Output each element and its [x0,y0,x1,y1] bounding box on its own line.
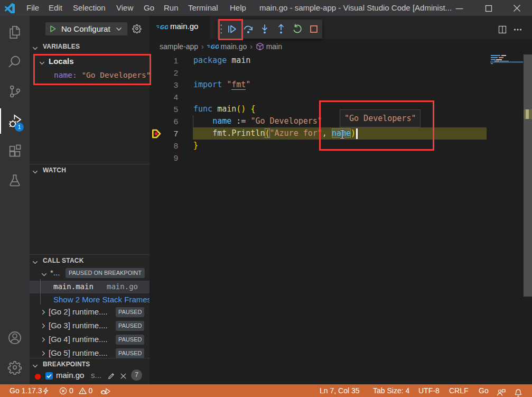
scrollbar[interactable] [524,54,532,384]
scrollbar-slider[interactable] [524,54,532,297]
stop-button[interactable] [305,21,322,37]
split-editor-icon[interactable] [498,25,507,34]
breakpoint-row[interactable]: main.go s... 7 [30,370,150,383]
run-and-debug-icon[interactable]: 1 [7,114,22,128]
close-button[interactable] [513,4,521,12]
section-divider [30,164,150,164]
line-number: 2 [160,67,178,79]
status-bar: Go 1.17.3 0 0 Ln 7, Col 35 Tab Size: 4 U… [0,384,532,397]
cursor-position-item[interactable]: Ln 7, Col 35 [320,384,360,397]
minimap-line [501,55,506,56]
bell-icon[interactable] [514,386,522,397]
watch-header[interactable]: WATCH [43,167,66,174]
vscode-logo-icon [5,3,15,13]
minimap-line [491,55,500,56]
extensions-icon[interactable] [7,143,22,158]
chevron-right-icon [41,337,46,343]
annotation-box-locals [33,54,151,85]
debug-config-dropdown[interactable]: No Configurat [45,22,127,35]
breakpoint-checkbox[interactable] [45,372,53,380]
edit-breakpoint-pencil-icon[interactable] [107,372,115,380]
remove-breakpoint-close-icon[interactable] [120,373,127,380]
watch-chevron-icon[interactable] [32,168,38,173]
source-control-icon[interactable] [7,84,22,99]
step-out-button[interactable] [273,21,289,37]
menu-go[interactable]: Go [144,0,154,16]
breadcrumb-separator: › [250,42,253,51]
breadcrumb-separator: › [201,42,204,51]
feedback-icon[interactable] [497,386,506,397]
menu-selection[interactable]: Selection [73,0,106,16]
code-line-8: } [193,140,198,152]
account-icon[interactable] [7,330,22,345]
test-beaker-icon[interactable] [7,173,22,188]
stack-frame-row[interactable]: main.main main.go [30,281,150,293]
problems-item[interactable]: 0 0 [59,384,92,397]
breadcrumb-item[interactable]: main [256,42,282,51]
debug-config-label: No Configurat [61,22,116,35]
encoding-item[interactable]: UTF-8 [418,384,440,397]
breadcrumb-item[interactable]: sample-app [160,42,198,51]
show-more-stack-frames-link[interactable]: Show 2 More Stack Frames [53,295,150,304]
minimize-button[interactable] [455,5,463,13]
code-line-3: import "fmt" [193,79,250,91]
tab-size-item[interactable]: Tab Size: 4 [373,384,409,397]
breadcrumb: sample-app › GO main.go › main [150,39,532,54]
paused-badge: PAUSED [116,321,144,331]
start-debug-icon[interactable] [49,25,57,33]
goroutine-label: [Go 5] runtime.... [49,348,108,357]
paused-badge: PAUSED [116,335,144,345]
minimap[interactable] [490,54,523,384]
variables-header[interactable]: VARIABLES [43,43,80,50]
search-icon[interactable] [7,54,22,69]
goroutine-row[interactable]: [Go 2] runtime....PAUSED [30,307,150,318]
eol-item[interactable]: CRLF [449,384,469,397]
svg-text:GO: GO [160,24,168,30]
menu-view[interactable]: View [116,0,133,16]
tab-bar: GO main.go [150,16,532,39]
tab-main-go[interactable]: GO main.go [150,16,210,39]
minimap-line [491,63,493,64]
explorer-icon[interactable] [7,25,22,40]
bolt-icon[interactable] [42,384,50,397]
call-stack-header[interactable]: CALL STACK [43,257,84,264]
call-stack-chevron-icon[interactable] [32,258,38,264]
maximize-button[interactable] [485,5,492,12]
thread-label[interactable]: *... [50,268,60,277]
debug-settings-gear-icon[interactable] [132,24,142,33]
menu-file[interactable]: File [26,0,39,16]
chevron-right-icon [41,323,46,329]
settings-gear-icon[interactable] [7,360,22,375]
language-item[interactable]: Go [479,384,489,397]
go-version-item[interactable]: Go 1.17.3 [10,384,42,397]
annotation-box-continue [218,19,243,40]
restart-button[interactable] [289,21,305,37]
tree-indent-guide [40,279,41,304]
line-number: 9 [160,152,178,164]
breakpoints-header[interactable]: BREAKPOINTS [43,361,90,368]
goroutine-label: [Go 2] runtime.... [49,307,108,316]
active-view-indicator [0,108,1,134]
breadcrumb-item[interactable]: GO main.go [207,42,247,51]
more-actions-icon[interactable] [514,27,522,32]
editor-group: GO main.go sample-app › GO main.go › mai… [150,16,532,384]
menu-edit[interactable]: Edit [49,0,62,16]
overview-ruler-cursor-marker [526,109,529,119]
code-line-5: func main() { [193,103,255,115]
stack-frame-name: main.main [53,282,94,291]
svg-text:GO: GO [210,44,219,50]
breakpoint-detail: s... [91,371,101,380]
menu-help[interactable]: Help [230,0,246,16]
breakpoints-chevron-icon[interactable] [32,362,38,367]
goroutine-row[interactable]: [Go 4] runtime....PAUSED [30,334,150,346]
debug-console-icon[interactable] [100,384,111,397]
goroutine-row[interactable]: [Go 3] runtime....PAUSED [30,320,150,332]
menu-terminal[interactable]: Terminal [188,0,218,16]
menu-run[interactable]: Run [164,0,179,16]
annotation-box-tooltip [319,100,434,151]
minimap-line [490,61,523,63]
step-into-button[interactable] [256,21,273,37]
minimap-line [491,57,498,58]
thread-chevron-icon[interactable] [41,270,47,276]
variables-chevron-icon[interactable] [32,44,38,50]
